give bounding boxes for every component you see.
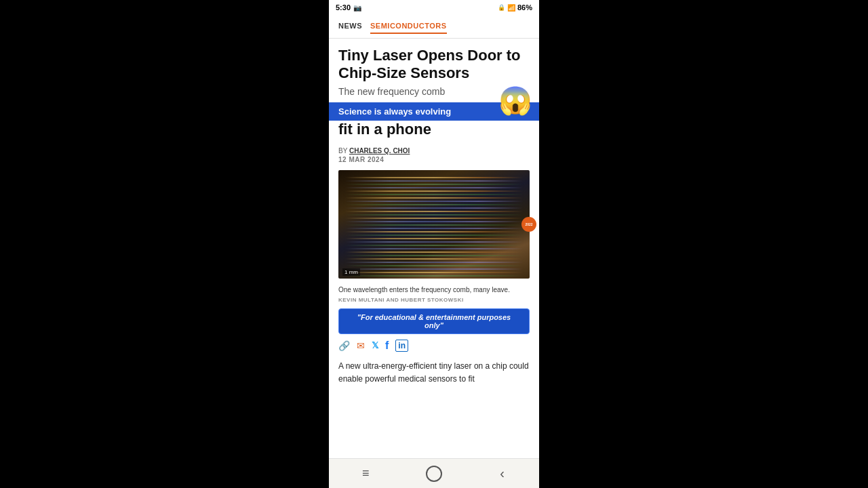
date-line: 12 MAR 2024: [329, 156, 539, 170]
status-camera-icon: 📷: [353, 4, 361, 12]
bottom-nav-bar: ≡ ‹: [329, 458, 539, 488]
partial-text: fit in a phone: [329, 121, 539, 144]
byline: BY CHARLES Q. CHOI: [329, 144, 539, 156]
share-facebook-icon[interactable]: f: [385, 340, 389, 352]
byline-prefix: BY: [338, 147, 347, 155]
share-linkedin-icon[interactable]: in: [395, 340, 408, 352]
article-body: A new ultra-energy-efficient tiny laser …: [329, 356, 539, 390]
signal-icon: 📶: [507, 4, 515, 12]
image-caption: One wavelength enters the frequency comb…: [329, 281, 539, 296]
share-email-icon[interactable]: ✉: [357, 340, 365, 351]
status-time: 5:30: [336, 3, 351, 12]
phone-screen: 5:30 📷 🔒 📶 86% NEWS SEMICONDUCTORS Tiny …: [329, 0, 539, 488]
red-badge: 2022: [521, 217, 536, 232]
back-button[interactable]: ‹: [489, 460, 516, 487]
tab-news[interactable]: NEWS: [338, 22, 362, 34]
article-header: Tiny Laser Opens Door to Chip-Size Senso…: [329, 39, 539, 102]
lock-icon: 🔒: [498, 4, 505, 11]
menu-button[interactable]: ≡: [352, 460, 379, 487]
image-scale: 1 mm: [342, 268, 360, 276]
article-image: 1 mm: [338, 170, 530, 279]
chip-pattern: [345, 177, 523, 265]
status-left: 5:30 📷: [336, 3, 361, 12]
share-twitter-icon[interactable]: 𝕏: [372, 340, 378, 350]
status-right: 🔒 📶 86%: [498, 3, 532, 12]
home-button[interactable]: [426, 466, 442, 482]
battery-text: 86%: [517, 3, 532, 12]
nav-tabs: NEWS SEMICONDUCTORS: [329, 15, 539, 39]
share-row: 🔗 ✉ 𝕏 f in: [329, 336, 539, 356]
article-title: Tiny Laser Opens Door to Chip-Size Senso…: [338, 47, 530, 83]
image-row: 1 mm 2022: [329, 170, 539, 279]
edu-banner: "For educational & entertainment purpose…: [338, 308, 530, 334]
author-link[interactable]: CHARLES Q. CHOI: [349, 147, 410, 155]
image-credit: KEVIN MULTANI AND HUBERT STOKOWSKI: [329, 296, 539, 307]
emoji-overlay: 😱: [498, 85, 532, 117]
tab-semiconductors[interactable]: SEMICONDUCTORS: [370, 22, 447, 34]
article-area: NEWS SEMICONDUCTORS Tiny Laser Opens Doo…: [329, 15, 539, 458]
share-link-icon[interactable]: 🔗: [338, 340, 350, 351]
status-bar: 5:30 📷 🔒 📶 86%: [329, 0, 539, 15]
